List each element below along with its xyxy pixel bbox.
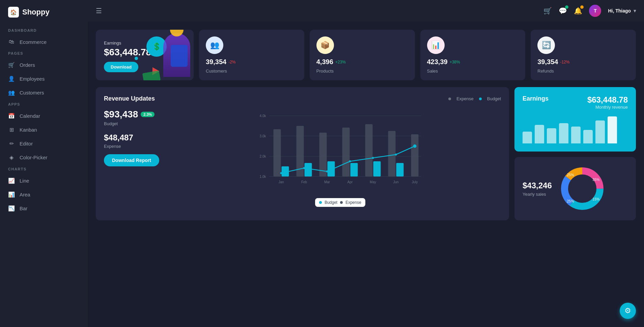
svg-text:25%: 25%: [567, 199, 574, 203]
logo-icon: 🏠: [8, 7, 19, 18]
avatar[interactable]: T: [589, 5, 601, 17]
mini-bar-chart: [523, 116, 628, 143]
mini-bar-1: [523, 132, 532, 143]
charts-row: Revenue Updates Expense Budget $93,438 2…: [96, 87, 636, 220]
sidebar-item-label-bar: Bar: [20, 206, 27, 211]
yearly-sales-amount: $43,246: [523, 181, 552, 190]
line-icon: 📈: [8, 178, 15, 184]
sidebar: 🏠 Shoppy DASHBOARD 🛍 Ecommerce PAGES 🛒 O…: [0, 0, 88, 327]
sidebar-item-bar[interactable]: 📉 Bar: [0, 201, 88, 215]
menu-button[interactable]: ☰: [96, 7, 102, 15]
sidebar-item-area[interactable]: 📊 Area: [0, 188, 88, 201]
svg-rect-19: [396, 163, 404, 176]
svg-text:25%: 25%: [567, 173, 574, 177]
mini-bar-7: [595, 120, 605, 143]
svg-rect-16: [365, 124, 373, 176]
svg-rect-8: [274, 129, 281, 176]
svg-text:Feb: Feb: [301, 180, 307, 184]
revenue-charts-area: 4.0k 3.0k 2.0k 1.0k: [179, 109, 501, 207]
legend-dot-budget: [479, 98, 482, 100]
svg-text:1.0k: 1.0k: [260, 175, 267, 179]
stat-card-0: 👥 39,354 -2% Customers: [199, 30, 304, 80]
employees-icon: 👤: [8, 76, 15, 82]
svg-point-32: [372, 157, 374, 159]
ecommerce-icon: 🛍: [8, 39, 15, 45]
revenue-chart-svg: 4.0k 3.0k 2.0k 1.0k: [179, 109, 501, 197]
sidebar-item-calendar[interactable]: 📅 Calendar: [0, 109, 88, 123]
svg-rect-12: [319, 133, 327, 176]
svg-text:4.0k: 4.0k: [260, 114, 267, 118]
svg-text:July: July: [412, 180, 418, 184]
customers-icon: 👥: [8, 89, 15, 96]
svg-point-33: [395, 154, 397, 156]
revenue-header: Revenue Updates Expense Budget: [104, 95, 501, 102]
download-report-button[interactable]: Download Report: [104, 154, 159, 166]
tooltip-budget-dot: [319, 201, 322, 204]
revenue-title: Revenue Updates: [104, 95, 155, 102]
svg-text:Apr: Apr: [347, 180, 353, 184]
sidebar-item-label-ecommerce: Ecommerce: [20, 39, 47, 45]
mini-bar-8: [608, 116, 617, 143]
kanban-icon: ⊞: [8, 127, 15, 133]
settings-fab[interactable]: ⚙: [620, 303, 636, 319]
svg-rect-20: [411, 134, 419, 176]
sidebar-item-label-customers: Customers: [20, 90, 44, 96]
notification-badge: [580, 5, 584, 9]
yearly-sales-left: $43,246 Yearly sales: [523, 181, 552, 197]
sidebar-item-ecommerce[interactable]: 🛍 Ecommerce: [0, 35, 88, 49]
sidebar-item-label-kanban: Kanban: [20, 127, 37, 133]
sidebar-item-editor[interactable]: ✏ Editor: [0, 137, 88, 151]
yearly-sales-card: $43,246 Yearly sales 25% 35%: [514, 157, 636, 220]
notification-icon[interactable]: 🔔: [574, 7, 582, 15]
svg-text:Mar: Mar: [324, 180, 330, 184]
sidebar-item-label-employees: Employees: [20, 76, 45, 82]
mini-bar-6: [583, 130, 593, 143]
hero-download-button[interactable]: Download: [104, 62, 138, 72]
app-logo[interactable]: 🏠 Shoppy: [0, 7, 88, 26]
mini-bar-3: [547, 128, 556, 143]
message-icon[interactable]: 💬: [559, 7, 567, 15]
content-area: 💲 Earnings $63,448.78 Download 👥 39,354: [88, 22, 644, 327]
tooltip-expense-label: Expense: [345, 200, 361, 205]
sidebar-item-label-orders: Orders: [20, 62, 35, 68]
svg-text:May: May: [370, 180, 376, 184]
sidebar-item-orders[interactable]: 🛒 Orders: [0, 58, 88, 72]
stat-label-2: Sales: [427, 69, 519, 74]
sidebar-item-line[interactable]: 📈 Line: [0, 174, 88, 188]
legend-expense-label: Expense: [456, 96, 474, 101]
mini-bar-4: [559, 123, 568, 143]
bar-icon: 📉: [8, 205, 15, 212]
colorpicker-icon: ◈: [8, 154, 15, 161]
sidebar-item-colorpicker[interactable]: ◈ Color-Picker: [0, 151, 88, 164]
sidebar-section-label: APPS: [0, 100, 88, 109]
svg-rect-18: [388, 131, 396, 176]
stat-card-1: 📦 4,396 +23% Products: [310, 30, 415, 80]
stat-change-1: +23%: [335, 60, 346, 64]
budget-badge: 2.3%: [141, 112, 155, 117]
sidebar-item-kanban[interactable]: ⊞ Kanban: [0, 123, 88, 137]
stat-change-2: +38%: [450, 60, 460, 64]
sidebar-item-customers[interactable]: 👥 Customers: [0, 86, 88, 100]
svg-rect-11: [305, 163, 312, 176]
svg-point-34: [413, 144, 417, 148]
sidebar-item-label-line: Line: [20, 178, 29, 184]
hero-earnings-label: Earnings: [104, 40, 186, 46]
stat-value-0: 39,354: [206, 58, 226, 66]
sidebar-section-label: DASHBOARD: [0, 26, 88, 35]
right-panel: Earnings $63,448.78 Monthly revenue: [514, 87, 636, 220]
stat-value-1: 4,396: [316, 58, 333, 66]
topbar-right: 🛒 💬 🔔 T Hi, Thiago ▾: [543, 5, 636, 17]
cart-icon[interactable]: 🛒: [543, 7, 552, 15]
svg-rect-17: [373, 161, 381, 176]
svg-point-31: [349, 160, 351, 162]
main-area: ☰ 🛒 💬 🔔 T Hi, Thiago ▾ 💲: [88, 0, 644, 327]
sidebar-item-employees[interactable]: 👤 Employees: [0, 72, 88, 86]
stat-card-3: 🔄 39,354 -12% Refunds: [531, 30, 636, 80]
greeting: Hi, Thiago ▾: [608, 8, 636, 13]
calendar-icon: 📅: [8, 113, 15, 119]
revenue-left-panel: $93,438 2.3% Budget $48,487 Expense Down…: [104, 109, 171, 207]
budget-label: Budget: [104, 121, 171, 126]
tooltip-expense-dot: [340, 201, 343, 204]
stat-icon-2: 📊: [427, 36, 445, 54]
budget-value: $93,438: [104, 109, 138, 120]
